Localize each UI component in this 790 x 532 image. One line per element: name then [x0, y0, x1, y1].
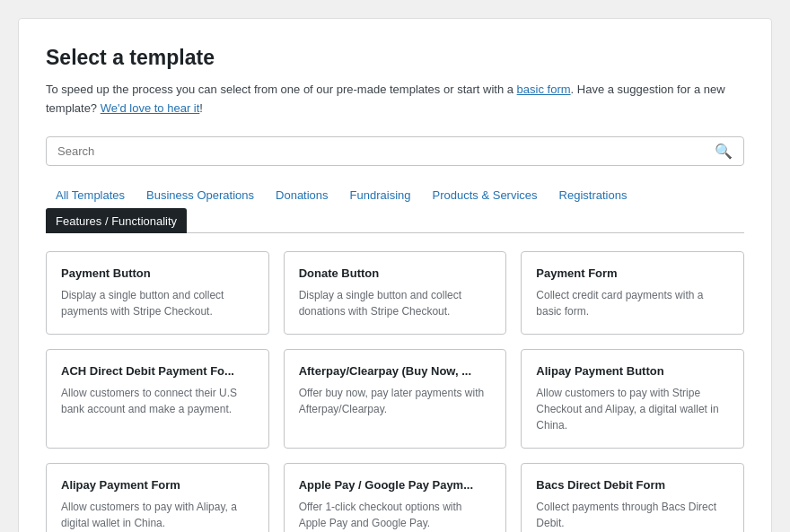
tab-products[interactable]: Products & Services: [423, 182, 548, 207]
description-text-end: !: [199, 101, 203, 115]
tab-all[interactable]: All Templates: [46, 182, 135, 207]
card-description: Allow customers to connect their U.S ban…: [61, 385, 254, 417]
search-bar: 🔍: [46, 136, 744, 166]
suggestion-link[interactable]: We'd love to hear it: [101, 101, 200, 115]
card-title: Alipay Payment Form: [61, 478, 254, 492]
tab-features[interactable]: Features / Functionality: [46, 208, 187, 233]
card-title: Payment Button: [61, 266, 254, 280]
description-text-start: To speed up the process you can select f…: [46, 83, 517, 96]
page-description: To speed up the process you can select f…: [46, 81, 744, 118]
page-title: Select a template: [46, 46, 744, 70]
card-title: Bacs Direct Debit Form: [536, 478, 729, 492]
card-description: Display a single button and collect dona…: [299, 287, 492, 319]
template-card[interactable]: Payment Button Display a single button a…: [46, 251, 269, 335]
card-title: Afterpay/Clearpay (Buy Now, ...: [299, 364, 492, 378]
card-title: Payment Form: [536, 266, 729, 280]
tab-business[interactable]: Business Operations: [136, 182, 264, 207]
tabs-bar: All TemplatesBusiness OperationsDonation…: [46, 182, 744, 233]
card-description: Collect payments through Bacs Direct Deb…: [536, 499, 729, 531]
template-card[interactable]: ACH Direct Debit Payment Fo... Allow cus…: [46, 349, 269, 449]
search-input[interactable]: [57, 144, 715, 158]
template-card[interactable]: Payment Form Collect credit card payment…: [521, 251, 744, 335]
template-card[interactable]: Afterpay/Clearpay (Buy Now, ... Offer bu…: [284, 349, 507, 449]
template-card[interactable]: Bacs Direct Debit Form Collect payments …: [521, 463, 744, 532]
template-card[interactable]: Apple Pay / Google Pay Paym... Offer 1-c…: [284, 463, 507, 532]
card-description: Offer buy now, pay later payments with A…: [299, 385, 492, 417]
template-card[interactable]: Alipay Payment Button Allow customers to…: [521, 349, 744, 449]
tab-fundraising[interactable]: Fundraising: [340, 182, 421, 207]
card-title: Apple Pay / Google Pay Paym...: [299, 478, 492, 492]
search-icon: 🔍: [715, 143, 733, 160]
template-card[interactable]: Donate Button Display a single button an…: [284, 251, 507, 335]
cards-grid: Payment Button Display a single button a…: [46, 251, 744, 532]
card-title: Donate Button: [299, 266, 492, 280]
card-description: Allow customers to pay with Stripe Check…: [536, 385, 729, 433]
card-description: Display a single button and collect paym…: [61, 287, 254, 319]
card-title: ACH Direct Debit Payment Fo...: [61, 364, 254, 378]
card-description: Collect credit card payments with a basi…: [536, 287, 729, 319]
basic-form-link[interactable]: basic form: [517, 83, 571, 96]
main-container: Select a template To speed up the proces…: [18, 18, 772, 532]
template-card[interactable]: Alipay Payment Form Allow customers to p…: [46, 463, 269, 532]
card-description: Allow customers to pay with Alipay, a di…: [61, 499, 254, 531]
tab-donations[interactable]: Donations: [266, 182, 338, 207]
tab-registrations[interactable]: Registrations: [549, 182, 637, 207]
card-description: Offer 1-click checkout options with Appl…: [299, 499, 492, 531]
card-title: Alipay Payment Button: [536, 364, 729, 378]
